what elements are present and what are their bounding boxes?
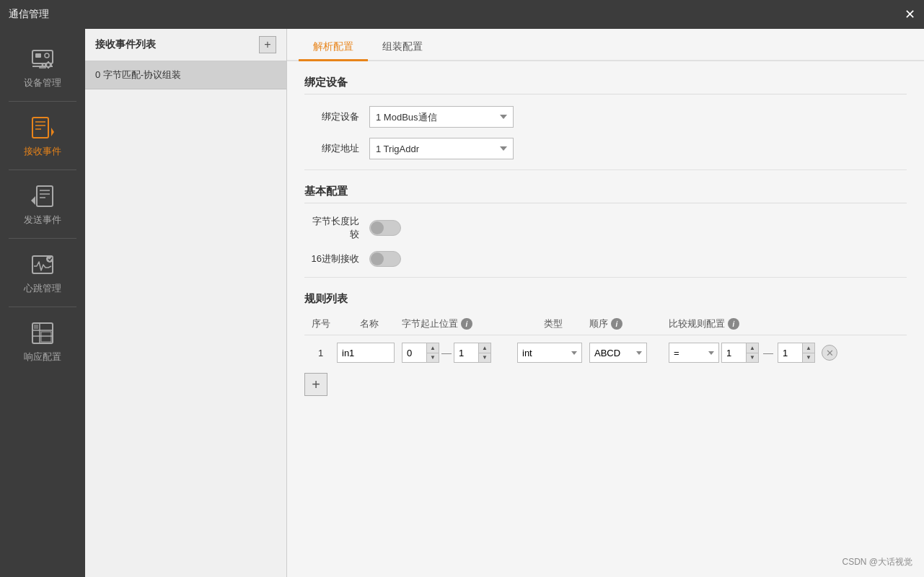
dash-sep-1: — xyxy=(441,347,452,358)
basic-config-section: 基本配置 字节长度比较 16进制接收 xyxy=(304,185,907,267)
svg-rect-8 xyxy=(48,67,49,69)
separator-1 xyxy=(304,169,907,170)
byte-len-compare-label: 字节长度比较 xyxy=(304,215,369,241)
hex-receive-label: 16进制接收 xyxy=(304,252,369,265)
tabs-bar: 解析配置 组装配置 xyxy=(287,29,924,61)
compare-from-down[interactable]: ▼ xyxy=(746,353,759,364)
svg-rect-1 xyxy=(35,53,41,58)
svg-point-6 xyxy=(47,63,50,66)
type-select[interactable]: int uint float bool string xyxy=(517,343,582,363)
compare-from-up[interactable]: ▲ xyxy=(746,343,759,353)
byte-end-up[interactable]: ▲ xyxy=(478,343,491,353)
col-header-seq: 序号 xyxy=(304,317,337,330)
byte-len-compare-toggle-container xyxy=(369,220,401,236)
dash-sep-2: — xyxy=(763,347,773,358)
sidebar-item-heartbeat-mgmt[interactable]: 心跳管理 xyxy=(0,242,85,304)
byte-end-arrows: ▲ ▼ xyxy=(478,343,491,363)
bind-device-section: 绑定设备 绑定设备 1 ModBus通信 绑定地址 1 TrigAddr xyxy=(304,76,907,159)
main-container: 设备管理 接收事件 xyxy=(0,29,924,577)
bind-device-select[interactable]: 1 ModBus通信 xyxy=(369,106,514,128)
svg-point-20 xyxy=(46,255,53,263)
row-byte-range: ▲ ▼ — ▲ ▼ xyxy=(402,343,517,363)
rules-header: 规则列表 xyxy=(304,292,907,306)
col-header-type: 类型 xyxy=(517,317,589,330)
sidebar-label-recv-event: 接收事件 xyxy=(24,145,61,158)
row-name xyxy=(337,343,402,363)
rules-title: 规则列表 xyxy=(304,292,348,306)
row-type: int uint float bool string xyxy=(517,343,589,363)
bind-device-title: 绑定设备 xyxy=(304,76,907,94)
toggle-knob-1 xyxy=(371,221,384,234)
content-area: 绑定设备 绑定设备 1 ModBus通信 绑定地址 1 TrigAddr 基本配… xyxy=(287,61,924,577)
left-panel-header: 接收事件列表 + xyxy=(85,29,286,61)
hex-receive-toggle-container xyxy=(369,251,401,267)
table-row: 1 ▲ ▼ — xyxy=(304,340,907,366)
basic-config-title: 基本配置 xyxy=(304,185,907,203)
byte-end-spinner: ▲ ▼ xyxy=(454,343,491,363)
delete-row-button[interactable]: ✕ xyxy=(822,345,837,361)
sidebar-divider-1 xyxy=(9,101,76,102)
hex-receive-row: 16进制接收 xyxy=(304,251,907,267)
compare-from-arrows: ▲ ▼ xyxy=(746,343,759,363)
add-rule-button[interactable]: + xyxy=(304,373,327,396)
list-item[interactable]: 0 字节匹配-协议组装 xyxy=(85,61,286,89)
sidebar-label-device-mgmt: 设备管理 xyxy=(24,76,61,89)
compare-to-up[interactable]: ▲ xyxy=(802,343,815,353)
col-header-order: 顺序 i xyxy=(589,317,669,330)
svg-point-2 xyxy=(45,53,49,58)
compare-to-arrows: ▲ ▼ xyxy=(802,343,815,363)
tab-parse-config[interactable]: 解析配置 xyxy=(299,35,368,61)
heartbeat-mgmt-icon xyxy=(28,250,57,279)
row-order: ABCD DCBA CDAB BADC xyxy=(589,343,669,363)
svg-rect-9 xyxy=(45,64,46,66)
sidebar: 设备管理 接收事件 xyxy=(0,29,85,577)
order-info-icon[interactable]: i xyxy=(611,318,622,330)
svg-point-4 xyxy=(42,64,44,66)
bind-device-row: 绑定设备 1 ModBus通信 xyxy=(304,106,907,128)
order-select[interactable]: ABCD DCBA CDAB BADC xyxy=(589,343,647,363)
tab-assemble-config[interactable]: 组装配置 xyxy=(368,35,437,61)
bind-address-row: 绑定地址 1 TrigAddr xyxy=(304,138,907,159)
svg-rect-11 xyxy=(32,118,48,138)
title-bar: 通信管理 ✕ xyxy=(0,0,924,29)
sidebar-divider-4 xyxy=(9,307,76,307)
byte-pos-info-icon[interactable]: i xyxy=(461,318,472,330)
row-compare: = > < != ▲ ▼ — xyxy=(669,343,837,363)
send-event-icon xyxy=(28,182,57,211)
row-seq: 1 xyxy=(304,348,337,358)
sidebar-divider-2 xyxy=(9,169,76,170)
close-button[interactable]: ✕ xyxy=(905,8,915,21)
byte-end-down[interactable]: ▼ xyxy=(478,353,491,364)
compare-to-spinner: ▲ ▼ xyxy=(778,343,815,363)
hex-receive-toggle[interactable] xyxy=(369,251,401,267)
response-config-icon xyxy=(28,319,57,348)
bind-address-select[interactable]: 1 TrigAddr xyxy=(369,138,514,159)
col-header-byte: 字节起止位置 i xyxy=(402,317,517,330)
left-panel: 接收事件列表 + 0 字节匹配-协议组装 xyxy=(85,29,287,577)
sidebar-item-response-config[interactable]: 响应配置 xyxy=(0,310,85,372)
add-event-button[interactable]: + xyxy=(259,36,276,53)
compare-from-spinner: ▲ ▼ xyxy=(721,343,759,363)
app-title: 通信管理 xyxy=(9,8,49,21)
compare-op-select[interactable]: = > < != xyxy=(669,343,719,363)
sidebar-item-device-mgmt[interactable]: 设备管理 xyxy=(0,36,85,98)
col-header-compare: 比较规则配置 i xyxy=(669,317,813,330)
sidebar-item-send-event[interactable]: 发送事件 xyxy=(0,173,85,235)
sidebar-label-heartbeat-mgmt: 心跳管理 xyxy=(24,282,61,295)
byte-start-down[interactable]: ▼ xyxy=(426,353,439,364)
add-rule-icon: + xyxy=(312,376,320,393)
device-mgmt-icon xyxy=(28,45,57,74)
byte-len-compare-toggle[interactable] xyxy=(369,220,401,236)
byte-start-spinner: ▲ ▼ xyxy=(402,343,439,363)
sidebar-item-recv-event[interactable]: 接收事件 xyxy=(0,105,85,167)
compare-info-icon[interactable]: i xyxy=(728,318,739,330)
toggle-knob-2 xyxy=(371,252,384,265)
left-panel-title: 接收事件列表 xyxy=(95,38,156,51)
row-name-input[interactable] xyxy=(337,343,395,363)
svg-rect-15 xyxy=(37,186,53,206)
byte-start-up[interactable]: ▲ xyxy=(426,343,439,353)
svg-rect-10 xyxy=(50,64,52,66)
footer-watermark: CSDN @大话视觉 xyxy=(842,556,912,568)
compare-to-down[interactable]: ▼ xyxy=(802,353,815,364)
table-headers: 序号 名称 字节起止位置 i 类型 顺序 i 比较规则配置 i xyxy=(304,313,907,335)
